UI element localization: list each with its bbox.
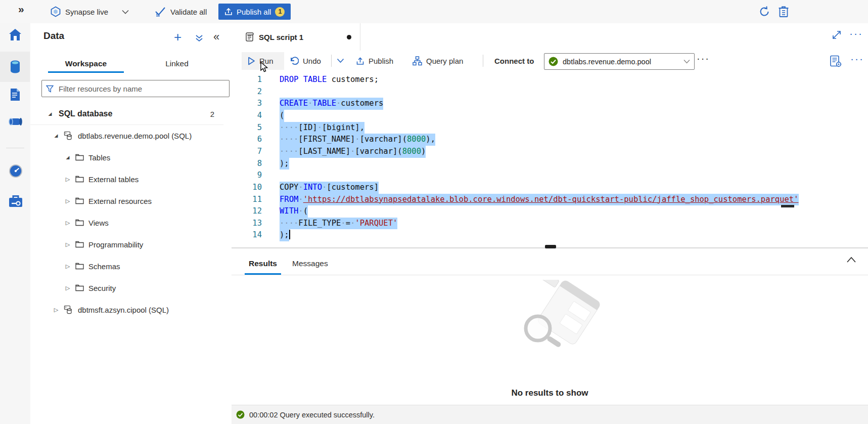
- expand-twistie-icon[interactable]: ▷: [53, 307, 59, 313]
- code-text: ····[ID]·[bigint],: [280, 122, 369, 134]
- line-number: 2: [232, 86, 262, 98]
- home-icon[interactable]: [8, 28, 22, 42]
- pool-select[interactable]: dbtlabs.revenue.demo.pool: [544, 53, 695, 70]
- line-number: 11: [232, 194, 262, 206]
- code-line-13[interactable]: 13····FILE_TYPE·=·'PARQUET': [232, 218, 868, 230]
- folder-icon: [75, 154, 84, 161]
- tab-title: SQL script 1: [259, 33, 303, 41]
- validate-all-button[interactable]: Validate all: [155, 0, 207, 23]
- code-text: DROP TABLE customers;: [280, 74, 379, 86]
- tree-item-programmability[interactable]: ▷Programmability: [30, 234, 232, 255]
- expand-rail-icon[interactable]: »: [18, 3, 23, 15]
- tree-item-external-resources[interactable]: ▷External resources: [30, 190, 232, 211]
- undo-button[interactable]: Undo: [289, 51, 321, 71]
- main-work-area: SQL script 1 ··· Run Undo: [232, 23, 868, 424]
- code-line-6[interactable]: 6····[FIRST_NAME]·[varchar](8000),: [232, 134, 868, 146]
- no-results-illustration: [509, 280, 605, 356]
- monitor-hub-icon[interactable]: [8, 163, 22, 178]
- tree-item-dbtmsft-azsyn-cipool-sql[interactable]: ▷dbtmsft.azsyn.cipool (SQL): [30, 299, 232, 320]
- expand-twistie-icon[interactable]: ▷: [65, 198, 71, 204]
- code-line-11[interactable]: 11FROM·'https://dbtlabsynapsedatalake.bl…: [232, 194, 868, 206]
- tree-item-schemas[interactable]: ▷Schemas: [30, 256, 232, 277]
- connected-check-icon: [549, 57, 558, 66]
- toolbar-more-actions[interactable]: ···: [697, 53, 710, 64]
- line-number: 14: [232, 229, 262, 241]
- status-message: 00:00:02 Query executed successfully.: [249, 411, 375, 419]
- integrate-hub-icon[interactable]: [8, 114, 22, 129]
- tree-item-dbtlabs-revenue-demo-pool-sql[interactable]: ◢dbtlabs.revenue.demo.pool (SQL): [30, 125, 232, 146]
- collapse-twistie-icon[interactable]: ◢: [53, 133, 59, 138]
- properties-icon[interactable]: [829, 55, 842, 68]
- tree-item-label: Security: [88, 284, 116, 292]
- expand-twistie-icon[interactable]: ▷: [65, 241, 71, 248]
- folder-icon: [75, 197, 84, 204]
- splitter-drag-handle[interactable]: [545, 245, 556, 248]
- line-number: 6: [232, 134, 262, 146]
- synapse-studio-window: » Synapse live Validate all Publish all …: [0, 0, 868, 424]
- line-number: 12: [232, 205, 262, 218]
- code-line-9[interactable]: 9: [232, 169, 868, 182]
- run-button[interactable]: Run: [248, 51, 273, 71]
- tree-item-label: dbtmsft.azsyn.cipool (SQL): [78, 306, 169, 314]
- mode-label: Synapse live: [65, 8, 108, 16]
- code-line-2[interactable]: 2: [232, 86, 868, 98]
- code-text: (: [280, 110, 329, 122]
- code-line-8[interactable]: 8);: [232, 158, 868, 170]
- publish-all-label: Publish all: [237, 8, 271, 16]
- folder-icon: [75, 241, 84, 248]
- publish-button[interactable]: Publish: [356, 51, 393, 71]
- code-line-7[interactable]: 7····[LAST_NAME]·[varchar](8000): [232, 146, 868, 158]
- tab-results[interactable]: Results: [245, 253, 281, 275]
- code-text: );: [280, 229, 290, 241]
- tree-item-label: Views: [88, 219, 109, 227]
- code-line-3[interactable]: 3CREATE·TABLE·customers: [232, 98, 868, 110]
- line-number: 13: [232, 218, 262, 230]
- editor-scrollbar-thumb[interactable]: [781, 205, 794, 207]
- sql-code-editor[interactable]: 1DROP TABLE customers;23CREATE·TABLE·cus…: [232, 71, 868, 247]
- refresh-icon[interactable]: [758, 6, 770, 18]
- tree-item-tables[interactable]: ◢Tables: [30, 147, 232, 168]
- manage-hub-icon[interactable]: [8, 194, 22, 208]
- publish-count-badge: 1: [275, 7, 285, 17]
- develop-hub-icon[interactable]: [8, 88, 22, 102]
- tab-more-actions[interactable]: ···: [849, 27, 863, 39]
- validate-icon: [155, 7, 166, 17]
- top-bar: » Synapse live Validate all Publish all …: [0, 0, 868, 24]
- mode-selector[interactable]: Synapse live: [51, 0, 129, 23]
- collapse-twistie-icon[interactable]: ◢: [65, 155, 71, 160]
- tree-item-security[interactable]: ▷Security: [30, 277, 232, 299]
- tab-messages[interactable]: Messages: [288, 253, 332, 273]
- folder-icon: [75, 263, 84, 270]
- empty-results-title: No results to show: [232, 388, 868, 398]
- data-hub-icon[interactable]: [8, 60, 22, 74]
- tree-item-sql-database[interactable]: ◢SQL database2: [30, 103, 223, 125]
- expand-twistie-icon[interactable]: ▷: [65, 263, 71, 270]
- resource-tree: ◢SQL database2◢dbtlabs.revenue.demo.pool…: [30, 23, 232, 424]
- document-tab-bar: SQL script 1 ···: [232, 23, 868, 51]
- line-number: 3: [232, 98, 262, 110]
- expand-twistie-icon[interactable]: ▷: [65, 285, 71, 291]
- toolbar-right-more-actions[interactable]: ···: [850, 53, 864, 65]
- code-line-1[interactable]: 1DROP TABLE customers;: [232, 74, 868, 86]
- tree-item-views[interactable]: ▷Views: [30, 212, 232, 233]
- publish-icon: [224, 8, 233, 16]
- expand-editor-icon[interactable]: [832, 30, 842, 40]
- synapse-live-icon: [51, 6, 61, 17]
- publish-all-button[interactable]: Publish all 1: [218, 4, 291, 20]
- expand-twistie-icon[interactable]: ▷: [65, 176, 71, 183]
- code-line-5[interactable]: 5····[ID]·[bigint],: [232, 122, 868, 134]
- collapse-twistie-icon[interactable]: ◢: [47, 111, 53, 116]
- code-line-12[interactable]: 12WITH·(: [232, 205, 868, 218]
- code-line-14[interactable]: 14);: [232, 229, 868, 241]
- code-line-4[interactable]: 4(: [232, 110, 868, 122]
- tree-item-label: Programmability: [88, 240, 143, 249]
- tree-item-label: Tables: [88, 153, 110, 162]
- tree-item-external-tables[interactable]: ▷External tables: [30, 168, 232, 190]
- code-line-10[interactable]: 10COPY·INTO·[customers]: [232, 182, 868, 194]
- tab-sql-script-1[interactable]: SQL script 1: [241, 23, 360, 51]
- expand-twistie-icon[interactable]: ▷: [65, 220, 71, 226]
- collapse-results-chevron-icon[interactable]: [846, 257, 856, 263]
- run-options-chevron[interactable]: [337, 51, 344, 71]
- discard-trash-icon[interactable]: [778, 5, 790, 18]
- query-plan-button[interactable]: Query plan: [413, 51, 463, 71]
